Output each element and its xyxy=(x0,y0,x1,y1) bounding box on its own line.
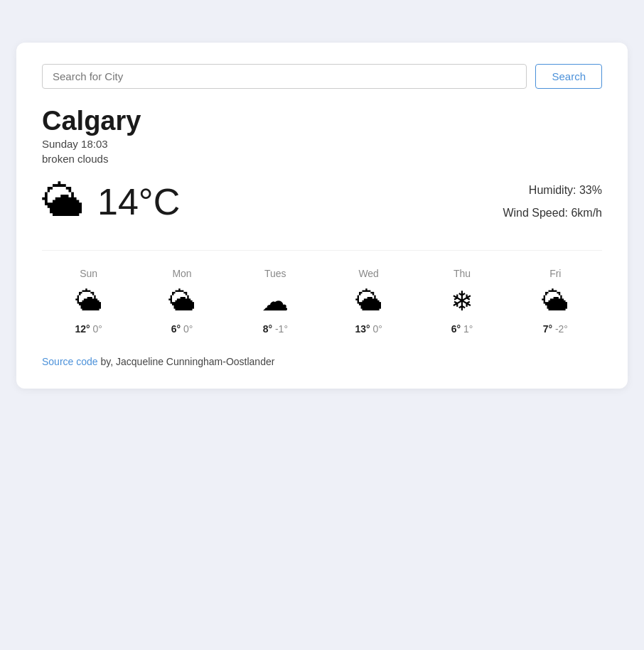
search-input[interactable] xyxy=(42,64,527,89)
city-datetime: Sunday 18:03 xyxy=(42,138,602,150)
footer: Source code by, Jacqueline Cunningham-Oo… xyxy=(42,356,602,367)
forecast-day: Fri🌥7° -2° xyxy=(509,268,602,335)
forecast-day-icon: ❄ xyxy=(451,288,473,315)
forecast-day: Sun🌥12° 0° xyxy=(42,268,135,335)
forecast-day-label: Sun xyxy=(80,268,97,279)
forecast-high-temp: 7° xyxy=(543,323,555,335)
forecast-day-icon: 🌥 xyxy=(168,288,195,315)
forecast-low-temp: 0° xyxy=(93,323,102,335)
forecast-day-temps: 7° -2° xyxy=(543,323,568,335)
forecast-day-label: Wed xyxy=(358,268,379,279)
forecast-low-temp: 0° xyxy=(372,323,382,335)
forecast-row: Sun🌥12° 0°Mon🌥6° 0°Tues☁8° -1°Wed🌥13° 0°… xyxy=(42,250,602,335)
forecast-day: Wed🌥13° 0° xyxy=(322,268,415,335)
forecast-day-icon: ☁ xyxy=(262,288,289,315)
forecast-day-icon: 🌥 xyxy=(75,288,102,315)
current-weather-section: 🌥 14°C Humidity: 33% Wind Speed: 6km/h xyxy=(42,179,602,224)
source-code-link[interactable]: Source code xyxy=(42,356,98,367)
temperature-display: 14°C xyxy=(97,180,180,223)
forecast-day-temps: 12° 0° xyxy=(75,323,102,335)
forecast-day-temps: 6° 1° xyxy=(451,323,473,335)
forecast-day-label: Tues xyxy=(264,268,286,279)
forecast-day: Tues☁8° -1° xyxy=(229,268,322,335)
forecast-day-label: Thu xyxy=(454,268,471,279)
forecast-low-temp: 1° xyxy=(463,323,473,335)
forecast-day-label: Mon xyxy=(172,268,191,279)
forecast-day-icon: 🌥 xyxy=(355,288,382,315)
forecast-high-temp: 12° xyxy=(75,323,92,335)
forecast-day-temps: 13° 0° xyxy=(355,323,382,335)
forecast-high-temp: 13° xyxy=(355,323,372,335)
search-row: Search xyxy=(42,64,602,89)
temperature-block: 🌥 14°C xyxy=(42,180,180,223)
forecast-low-temp: 0° xyxy=(183,323,193,335)
forecast-high-temp: 6° xyxy=(171,323,183,335)
humidity-label: Humidity: 33% xyxy=(503,179,602,202)
weather-card: Search Calgary Sunday 18:03 broken cloud… xyxy=(16,43,628,389)
city-condition: broken clouds xyxy=(42,153,602,165)
city-name: Calgary xyxy=(42,106,602,136)
weather-details: Humidity: 33% Wind Speed: 6km/h xyxy=(503,179,602,224)
footer-author: by, Jacqueline Cunningham-Oostlander xyxy=(98,356,275,367)
forecast-high-temp: 6° xyxy=(451,323,463,335)
forecast-day-label: Fri xyxy=(549,268,561,279)
forecast-low-temp: -1° xyxy=(275,323,288,335)
forecast-day: Thu❄6° 1° xyxy=(415,268,508,335)
search-button[interactable]: Search xyxy=(535,64,602,89)
forecast-day: Mon🌥6° 0° xyxy=(135,268,228,335)
forecast-day-temps: 8° -1° xyxy=(263,323,288,335)
forecast-high-temp: 8° xyxy=(263,323,275,335)
forecast-day-temps: 6° 0° xyxy=(171,323,193,335)
forecast-low-temp: -2° xyxy=(555,323,568,335)
current-weather-icon: 🌥 xyxy=(42,180,85,223)
wind-speed-label: Wind Speed: 6km/h xyxy=(503,202,602,224)
forecast-day-icon: 🌥 xyxy=(542,288,569,315)
